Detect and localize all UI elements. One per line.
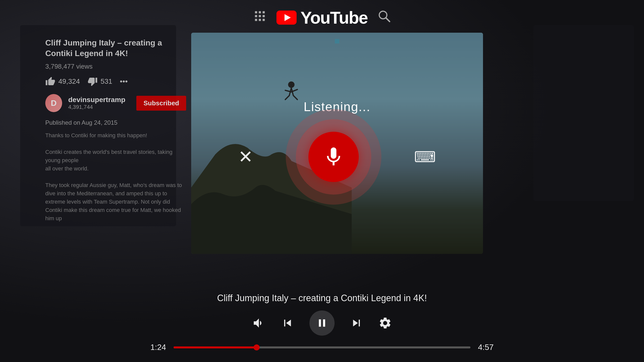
svg-rect-6 xyxy=(255,19,257,21)
svg-rect-7 xyxy=(259,19,261,21)
settings-button[interactable] xyxy=(378,316,392,330)
time-total: 4:57 xyxy=(478,343,498,352)
subscribe-button[interactable]: Subscribed xyxy=(136,96,186,111)
svg-rect-4 xyxy=(259,15,261,17)
description: Thanks to Contiki for making this happen… xyxy=(45,131,186,222)
controls-video-title: Cliff Jumping Italy – creating a Contiki… xyxy=(146,293,498,303)
mic-button[interactable] xyxy=(308,132,359,182)
channel-row: D devinsupertramp 4,391,744 Subscribed xyxy=(45,94,186,112)
youtube-text: YouTube xyxy=(301,8,368,27)
channel-info: devinsupertramp 4,391,744 xyxy=(68,96,125,110)
header: YouTube xyxy=(0,0,644,35)
more-options-button[interactable]: ••• xyxy=(120,77,128,86)
control-buttons xyxy=(146,310,498,336)
pause-button[interactable] xyxy=(309,310,335,336)
time-current: 1:24 xyxy=(146,343,166,352)
skip-next-button[interactable] xyxy=(350,316,363,330)
youtube-logo[interactable]: YouTube xyxy=(276,8,368,27)
channel-subs: 4,391,744 xyxy=(68,104,125,110)
view-count: 3,798,477 views xyxy=(45,63,186,70)
close-voice-button[interactable]: ✕ xyxy=(238,147,253,167)
video-player[interactable]: Listening... ✕ ⌨ xyxy=(191,33,483,254)
like-count: 49,324 xyxy=(58,77,80,85)
controls-bar: Cliff Jumping Italy – creating a Contiki… xyxy=(146,293,498,362)
svg-rect-1 xyxy=(259,11,261,14)
mic-area: ✕ ⌨ xyxy=(238,127,436,187)
left-video-title: Cliff Jumping Italy – creating a Contiki… xyxy=(45,38,186,59)
like-button[interactable]: 49,324 xyxy=(45,76,80,86)
dislike-button[interactable]: 531 xyxy=(88,76,112,86)
voice-search-overlay: Listening... ✕ ⌨ xyxy=(191,33,483,254)
mic-ripple xyxy=(303,127,364,187)
svg-rect-5 xyxy=(262,15,265,17)
video-background: Listening... ✕ ⌨ xyxy=(191,33,483,254)
svg-line-12 xyxy=(386,18,390,22)
svg-rect-2 xyxy=(262,11,265,14)
keyboard-button[interactable]: ⌨ xyxy=(414,148,436,166)
published-date: Published on Aug 24, 2015 xyxy=(45,119,186,126)
left-info-panel: Cliff Jumping Italy – creating a Contiki… xyxy=(45,38,186,222)
search-icon[interactable] xyxy=(378,10,391,26)
svg-rect-0 xyxy=(255,11,257,14)
progress-fill xyxy=(174,346,257,348)
svg-rect-8 xyxy=(262,19,265,21)
progress-bar-area: 1:24 4:57 xyxy=(146,343,498,352)
channel-name: devinsupertramp xyxy=(68,96,125,104)
progress-thumb xyxy=(254,344,260,350)
skip-back-button[interactable] xyxy=(281,316,294,330)
svg-rect-3 xyxy=(255,15,257,17)
bg-right-panel xyxy=(533,25,634,201)
like-dislike-bar: 49,324 531 ••• xyxy=(45,76,186,86)
volume-button[interactable] xyxy=(252,316,266,330)
grid-menu-icon[interactable] xyxy=(253,10,266,26)
progress-track[interactable] xyxy=(174,346,470,348)
channel-avatar[interactable]: D xyxy=(45,94,62,112)
dislike-count: 531 xyxy=(101,77,112,85)
